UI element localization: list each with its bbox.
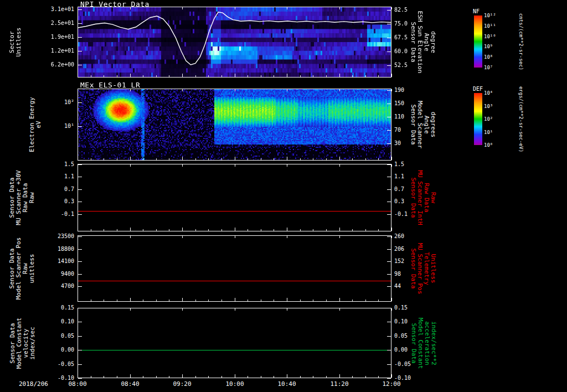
y-tick-right [387, 189, 391, 190]
x-tick [287, 157, 287, 160]
x-tick-top [130, 89, 131, 91]
x-tick-top [287, 308, 287, 311]
x-tick [300, 376, 301, 378]
y-tick-left [78, 378, 82, 379]
x-tick-top [287, 89, 287, 91]
x-tick [130, 374, 131, 378]
x-tick [78, 74, 78, 77]
x-tick-top [235, 308, 235, 311]
y-axis-title-right: Unitless Telemetry MU Scanner Pos Sensor… [410, 235, 436, 302]
x-tick-top [78, 7, 78, 9]
x-tick [261, 376, 261, 378]
panel2-title: MEx ELS-01 LR [80, 81, 140, 89]
x-tick [91, 158, 91, 160]
nf-colorbar-canvas [474, 16, 482, 68]
x-tick [248, 376, 248, 378]
x-tick-top [339, 308, 340, 311]
x-tick [130, 298, 131, 301]
x-tick [91, 75, 91, 77]
y-tick-right [387, 51, 391, 52]
x-tick [378, 158, 379, 160]
x-tick-top [235, 89, 235, 91]
x-tick [313, 376, 313, 378]
colorbar-tick-label: 10¹² [484, 13, 503, 18]
x-tick [339, 228, 340, 231]
x-tick-top [182, 308, 183, 311]
x-tick [208, 229, 209, 231]
y-tick-left [78, 336, 82, 337]
x-tick [104, 300, 104, 301]
x-tick [130, 157, 131, 160]
x-tick [248, 75, 248, 77]
y-tick-right [387, 350, 391, 350]
y-tick-right [387, 10, 391, 11]
plot-panel-2 [78, 89, 391, 161]
y-tick-left [78, 126, 82, 127]
x-tick [235, 298, 235, 301]
x-tick-top [182, 7, 183, 9]
x-tick [248, 300, 248, 301]
y-axis-title-left: Sensor Data Model Scanner Pos Raw unitle… [9, 235, 35, 302]
x-tick-top [182, 89, 183, 91]
y-tick-right [387, 214, 391, 215]
x-tick [300, 300, 301, 301]
y-axis-title-left: Electron Energy eV [29, 89, 42, 161]
y-tick-left [78, 65, 82, 65]
x-tick [300, 75, 301, 77]
x-tick-label: 08:00 [62, 380, 93, 388]
y-tick-left [78, 274, 82, 275]
x-tick [156, 229, 157, 231]
x-tick-top [391, 89, 392, 91]
colorbar-tick-label: 10¹⁰ [484, 34, 503, 39]
colorbar-tick-label: 10⁴ [484, 90, 503, 96]
y-axis-title-left: Sensor Data Model Constant velocity inde… [9, 308, 36, 379]
x-tick [156, 75, 157, 77]
x-tick [287, 374, 287, 378]
x-tick-top [182, 236, 183, 238]
x-tick [378, 376, 379, 378]
x-tick [143, 229, 143, 231]
y-tick-right [387, 308, 391, 308]
science-plot-figure: NPI Vector Data MEx ELS-01 LR 2018/206 3… [0, 0, 567, 392]
x-tick [221, 376, 222, 378]
x-tick [78, 157, 78, 160]
y-tick-left [78, 177, 82, 177]
x-tick [104, 229, 104, 231]
y-tick-left [78, 308, 82, 308]
x-tick [378, 300, 379, 301]
x-tick-top [391, 7, 392, 9]
y-axis-title-right: Raw Raw Data MU Scanner IntH Sensor Data [410, 164, 436, 231]
x-tick [339, 74, 340, 77]
x-tick [91, 229, 91, 231]
x-tick [235, 228, 235, 231]
x-tick [352, 75, 353, 77]
x-tick [339, 374, 340, 378]
x-tick-label: 10:00 [219, 380, 250, 388]
x-tick [91, 376, 91, 378]
y-tick-right [387, 104, 391, 104]
y-tick-right [387, 90, 391, 91]
y-tick-right [387, 65, 391, 66]
x-tick-top [78, 164, 78, 167]
y-tick-left [78, 350, 82, 350]
x-tick [130, 228, 131, 231]
x-tick [117, 376, 117, 378]
x-tick [91, 300, 91, 301]
x-tick-top [391, 164, 392, 167]
x-tick [339, 157, 340, 160]
x-tick-top [287, 164, 287, 167]
x-tick [182, 298, 183, 301]
x-tick [352, 158, 353, 160]
x-tick [221, 75, 222, 77]
x-tick [208, 376, 209, 378]
x-tick [235, 74, 235, 77]
x-tick-label: 09:20 [167, 380, 198, 388]
y-tick-right [387, 38, 391, 38]
x-tick-top [339, 236, 340, 238]
x-tick [235, 157, 235, 160]
y-tick-left [78, 364, 82, 365]
x-tick [169, 75, 169, 77]
x-tick [208, 158, 209, 160]
x-tick [326, 229, 327, 231]
x-tick-top [235, 164, 235, 167]
